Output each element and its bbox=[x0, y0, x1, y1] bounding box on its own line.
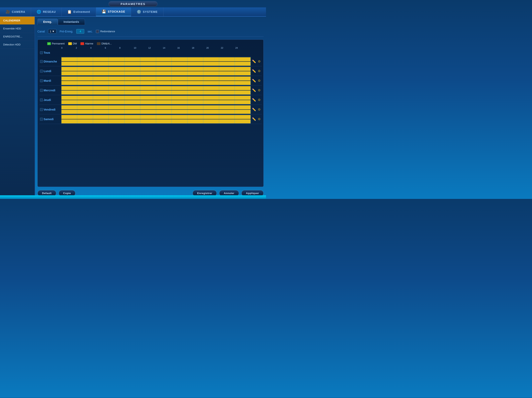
vendredi-label: Vendredi bbox=[44, 108, 61, 111]
sidebar-item-enregistre[interactable]: ENREGISTRE... bbox=[0, 33, 35, 41]
mercredi-gear-icon[interactable]: ⚙ bbox=[257, 88, 261, 93]
day-row-mercredi: □ Mercredi bbox=[39, 85, 262, 95]
redondance-checkbox-area: Redondance bbox=[96, 30, 115, 33]
top-navigation: 🎥 CAMERA 🌐 RESEAU 📋 Evénement 💾 STOCKAGE… bbox=[0, 7, 266, 17]
jeudi-bar[interactable] bbox=[61, 95, 251, 105]
mardi-checkbox-area: □ bbox=[39, 79, 44, 82]
dimanche-label: Dimanche bbox=[44, 60, 61, 63]
mardi-edit-icon[interactable]: ✏️ bbox=[252, 78, 256, 83]
canal-select[interactable]: 1 ▼ bbox=[48, 29, 57, 34]
legend-permanent-box: ✓ bbox=[47, 42, 51, 45]
mercredi-edit-icon[interactable]: ✏️ bbox=[252, 88, 256, 93]
tous-checkbox-area: □ bbox=[39, 51, 44, 54]
dimanche-actions: ✏️ ⚙ bbox=[251, 59, 262, 64]
jeudi-checkbox-area: □ bbox=[39, 99, 44, 101]
lundi-edit-icon[interactable]: ✏️ bbox=[252, 69, 256, 73]
mardi-checkbox[interactable]: □ bbox=[40, 79, 43, 82]
nav-tab-reseau[interactable]: 🌐 RESEAU bbox=[31, 7, 61, 16]
bottom-bar bbox=[0, 195, 266, 199]
mercredi-checkbox-area: □ bbox=[39, 89, 44, 92]
dimanche-bar-row-2 bbox=[61, 62, 251, 66]
mercredi-bar[interactable] bbox=[61, 85, 251, 95]
time-header: 0 2 4 6 8 10 12 14 16 18 20 22 24 bbox=[61, 47, 250, 50]
lundi-gear-icon[interactable]: ⚙ bbox=[257, 69, 261, 73]
legend-dm: DM bbox=[68, 42, 77, 45]
mardi-gear-icon[interactable]: ⚙ bbox=[257, 78, 261, 83]
systeme-icon: ⚙️ bbox=[137, 10, 141, 14]
vendredi-bar[interactable] bbox=[61, 105, 251, 114]
samedi-bar-row-2 bbox=[61, 119, 251, 123]
sidebar-item-detection-hdd[interactable]: Détection HDD bbox=[0, 41, 35, 49]
vendredi-edit-icon[interactable]: ✏️ bbox=[252, 107, 256, 112]
samedi-bar[interactable] bbox=[61, 114, 251, 124]
dimanche-bar[interactable] bbox=[61, 57, 251, 66]
dimanche-gear-icon[interactable]: ⚙ bbox=[257, 59, 261, 64]
vendredi-checkbox-area: □ bbox=[39, 108, 44, 111]
nav-tab-evenement[interactable]: 📋 Evénement bbox=[62, 7, 96, 16]
day-row-jeudi: □ Jeudi bbox=[39, 95, 262, 105]
mercredi-actions: ✏️ ⚙ bbox=[251, 88, 262, 93]
lundi-checkbox-area: □ bbox=[39, 70, 44, 72]
dimanche-checkbox[interactable]: □ bbox=[40, 60, 43, 63]
sub-tab-instantanes[interactable]: Instantanés bbox=[58, 19, 85, 25]
tous-checkbox[interactable]: □ bbox=[40, 51, 43, 54]
redondance-checkbox[interactable] bbox=[96, 30, 99, 33]
tous-label: Tous bbox=[44, 51, 61, 54]
samedi-bar-row-1 bbox=[61, 115, 251, 119]
mardi-bar-row-2 bbox=[61, 81, 251, 85]
schedule-grid: 0 2 4 6 8 10 12 14 16 18 20 22 24 bbox=[39, 47, 262, 186]
jeudi-edit-icon[interactable]: ✏️ bbox=[252, 98, 256, 102]
sidebar-item-calendrier[interactable]: CALENDRIER bbox=[0, 17, 35, 25]
jeudi-bar-row-2 bbox=[61, 100, 251, 104]
samedi-edit-icon[interactable]: ✏️ bbox=[252, 117, 256, 121]
vendredi-gear-icon[interactable]: ⚙ bbox=[257, 107, 261, 112]
page-title: PARAMETRES bbox=[108, 1, 158, 6]
lundi-checkbox[interactable]: □ bbox=[40, 70, 43, 72]
content-panel: Enreg. Instantanés Canal 1 ▼ Pré-Enreg. … bbox=[35, 17, 266, 198]
samedi-checkbox[interactable]: □ bbox=[40, 118, 43, 121]
jeudi-checkbox[interactable]: □ bbox=[40, 99, 43, 101]
lundi-bar[interactable] bbox=[61, 66, 251, 76]
pre-enreg-input[interactable] bbox=[76, 29, 84, 34]
reseau-icon: 🌐 bbox=[37, 10, 41, 14]
mercredi-bar-row-1 bbox=[61, 86, 251, 90]
samedi-gear-icon[interactable]: ⚙ bbox=[257, 117, 261, 121]
lundi-actions: ✏️ ⚙ bbox=[251, 69, 262, 73]
pre-enreg-unit: sec. bbox=[88, 30, 93, 33]
settings-row: Canal 1 ▼ Pré-Enreg. sec. Redondance bbox=[38, 27, 264, 34]
legend-dm-al: DM&Al... bbox=[97, 42, 112, 45]
jeudi-label: Jeudi bbox=[44, 98, 61, 102]
legend-alarme: Alarme bbox=[81, 42, 93, 45]
redondance-label: Redondance bbox=[100, 30, 115, 33]
vendredi-bar-row-1 bbox=[61, 105, 251, 109]
samedi-actions: ✏️ ⚙ bbox=[251, 117, 262, 121]
nav-tab-camera[interactable]: 🎥 CAMERA bbox=[0, 7, 31, 16]
sidebar-item-ensemble-hdd[interactable]: Ensemble HDD bbox=[0, 25, 35, 33]
sub-tab-enreg[interactable]: Enreg. bbox=[38, 19, 58, 25]
jeudi-gear-icon[interactable]: ⚙ bbox=[257, 98, 261, 102]
grid-lines-2 bbox=[61, 62, 251, 66]
legend-alarme-box bbox=[81, 42, 84, 45]
mardi-bar[interactable] bbox=[61, 76, 251, 85]
legend-permanent: ✓ Permanent bbox=[47, 42, 65, 45]
vendredi-checkbox[interactable]: □ bbox=[40, 108, 43, 111]
dropdown-arrow-icon: ▼ bbox=[52, 30, 55, 33]
dimanche-edit-icon[interactable]: ✏️ bbox=[252, 59, 256, 64]
sub-tabs: Enreg. Instantanés bbox=[38, 19, 264, 25]
jeudi-actions: ✏️ ⚙ bbox=[251, 98, 262, 102]
grid-lines bbox=[61, 57, 251, 61]
separator bbox=[38, 36, 264, 37]
lundi-bar-row-1 bbox=[61, 67, 251, 71]
evenement-icon: 📋 bbox=[67, 10, 72, 14]
canal-label: Canal bbox=[38, 30, 45, 33]
day-row-lundi: □ Lundi bbox=[39, 66, 262, 76]
vendredi-bar-row-2 bbox=[61, 110, 251, 114]
mercredi-checkbox[interactable]: □ bbox=[40, 89, 43, 92]
sidebar: CALENDRIER Ensemble HDD ENREGISTRE... Dé… bbox=[0, 17, 35, 198]
nav-tab-stockage[interactable]: 💾 STOCKAGE bbox=[96, 7, 131, 16]
nav-tab-systeme[interactable]: ⚙️ SYSTEME bbox=[131, 7, 164, 16]
mardi-actions: ✏️ ⚙ bbox=[251, 78, 262, 83]
day-row-dimanche: □ Dimanche bbox=[39, 57, 262, 66]
legend-dm-box bbox=[68, 42, 72, 45]
lundi-label: Lundi bbox=[44, 70, 61, 73]
